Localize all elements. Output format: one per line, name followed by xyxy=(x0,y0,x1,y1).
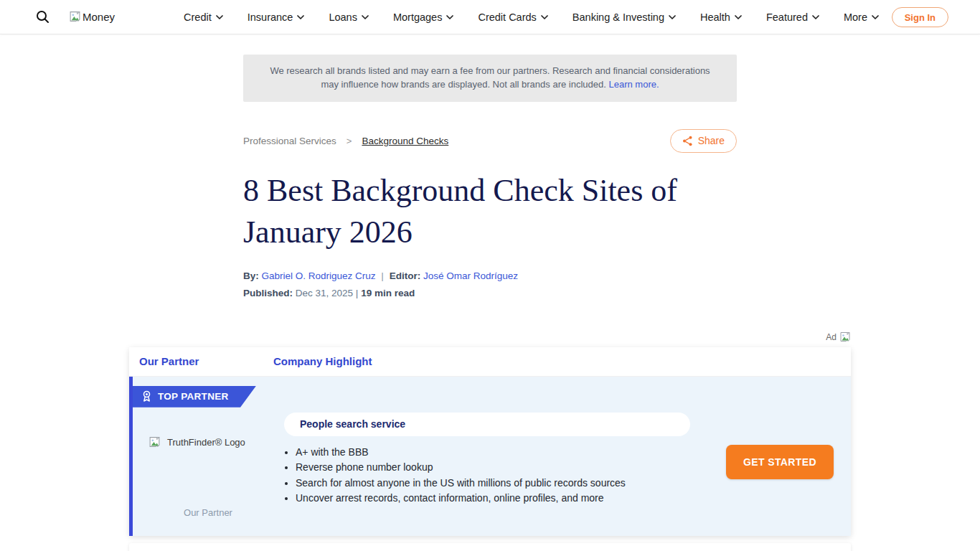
author-link[interactable]: Gabriel O. Rodriguez Cruz xyxy=(262,270,376,281)
chevron-down-icon xyxy=(669,15,676,19)
card-body: TOP PARTNER People search service TruthF… xyxy=(129,377,851,536)
breadcrumb-separator: > xyxy=(347,136,352,146)
chevron-down-icon xyxy=(446,15,453,19)
next-listing-row-partial xyxy=(129,543,851,551)
published-date: Dec 31, 2025 xyxy=(296,288,353,298)
chevron-down-icon xyxy=(872,15,879,19)
by-label: By: xyxy=(243,270,259,281)
top-partner-badge: TOP PARTNER xyxy=(133,386,256,408)
chevron-down-icon xyxy=(362,15,369,19)
breadcrumb-row: Professional Services > Background Check… xyxy=(243,129,737,153)
truthfinder-logo[interactable]: TruthFinder® Logo xyxy=(149,436,245,448)
feature-bullet-list: A+ with the BBB Reverse phone number loo… xyxy=(285,447,687,509)
chevron-down-icon xyxy=(216,15,223,19)
share-button[interactable]: Share xyxy=(670,129,737,153)
breadcrumb: Professional Services > Background Check… xyxy=(243,136,448,146)
byline: By: Gabriel O. Rodriguez Cruz | Editor: … xyxy=(243,270,737,281)
learn-more-link[interactable]: Learn more. xyxy=(608,79,659,90)
feature-bullet: Reverse phone number lookup xyxy=(296,462,687,472)
nav-label: Insurance xyxy=(248,11,293,23)
our-partner-caption: Our Partner xyxy=(133,507,283,518)
breadcrumb-current[interactable]: Background Checks xyxy=(362,136,448,146)
ad-label-row: Ad xyxy=(129,331,851,343)
broken-image-icon xyxy=(149,436,161,448)
nav-label: More xyxy=(844,11,867,23)
service-category-pill: People search service xyxy=(284,413,690,436)
award-ribbon-icon xyxy=(142,390,151,402)
nav-item-credit-cards[interactable]: Credit Cards xyxy=(478,11,547,23)
broken-image-icon xyxy=(69,11,81,23)
nav-item-more[interactable]: More xyxy=(844,11,879,23)
chevron-down-icon xyxy=(297,15,304,19)
published-line: Published: Dec 31, 2025 | 19 min read xyxy=(243,288,737,298)
card-header: Our Partner Company Highlight xyxy=(129,347,851,377)
top-navigation: Money Credit Insurance Loans Mortgages C… xyxy=(0,0,980,34)
editor-link[interactable]: José Omar Rodríguez xyxy=(423,270,518,281)
chevron-down-icon xyxy=(735,15,742,19)
article-column: We research all brands listed and may ea… xyxy=(243,55,737,298)
ad-label: Ad xyxy=(826,332,837,342)
nav-label: Mortgages xyxy=(393,11,443,23)
feature-bullet: Search for almost anyone in the US with … xyxy=(296,478,687,488)
chevron-down-icon xyxy=(541,15,548,19)
chevron-down-icon xyxy=(812,15,819,19)
nav-label: Credit xyxy=(184,11,212,23)
broken-image-icon xyxy=(839,331,851,343)
byline-separator: | xyxy=(378,270,387,281)
nav-label: Loans xyxy=(329,11,357,23)
nav-label: Health xyxy=(700,11,730,23)
nav-label: Banking & Investing xyxy=(573,11,664,23)
search-icon[interactable] xyxy=(36,10,50,24)
nav-item-featured[interactable]: Featured xyxy=(766,11,819,23)
nav-label: Featured xyxy=(766,11,808,23)
share-icon xyxy=(682,136,693,146)
nav-item-health[interactable]: Health xyxy=(700,11,742,23)
top-partner-label: TOP PARTNER xyxy=(158,391,229,402)
breadcrumb-parent[interactable]: Professional Services xyxy=(243,136,336,146)
editor-label: Editor: xyxy=(390,270,421,281)
money-logo[interactable]: Money xyxy=(69,11,115,23)
primary-nav: Credit Insurance Loans Mortgages Credit … xyxy=(184,11,879,23)
read-time: 19 min read xyxy=(361,288,415,298)
feature-bullet: Uncover arrest records, contact informat… xyxy=(296,493,687,503)
nav-label: Credit Cards xyxy=(478,11,536,23)
feature-bullet: A+ with the BBB xyxy=(296,447,687,457)
logo-alt-text: TruthFinder® Logo xyxy=(167,437,245,448)
top-partner-card: Our Partner Company Highlight TOP PARTNE… xyxy=(129,347,851,536)
sign-in-button[interactable]: Sign In xyxy=(892,7,948,27)
main-content: We research all brands listed and may ea… xyxy=(129,34,851,551)
page-title: 8 Best Background Check Sites of January… xyxy=(243,170,737,253)
get-started-button[interactable]: GET STARTED xyxy=(726,445,834,479)
nav-item-insurance[interactable]: Insurance xyxy=(248,11,305,23)
published-label: Published: xyxy=(243,288,293,298)
company-highlight-header: Company Highlight xyxy=(273,355,372,367)
page: Money Credit Insurance Loans Mortgages C… xyxy=(0,0,980,551)
affiliate-disclaimer: We research all brands listed and may ea… xyxy=(243,55,737,102)
nav-item-mortgages[interactable]: Mortgages xyxy=(393,11,454,23)
share-label: Share xyxy=(698,135,725,146)
logo-alt-text: Money xyxy=(83,11,115,23)
publine-separator: | xyxy=(356,288,359,298)
our-partner-header: Our Partner xyxy=(129,355,273,367)
nav-item-loans[interactable]: Loans xyxy=(329,11,369,23)
nav-item-banking-investing[interactable]: Banking & Investing xyxy=(573,11,676,23)
nav-item-credit[interactable]: Credit xyxy=(184,11,223,23)
